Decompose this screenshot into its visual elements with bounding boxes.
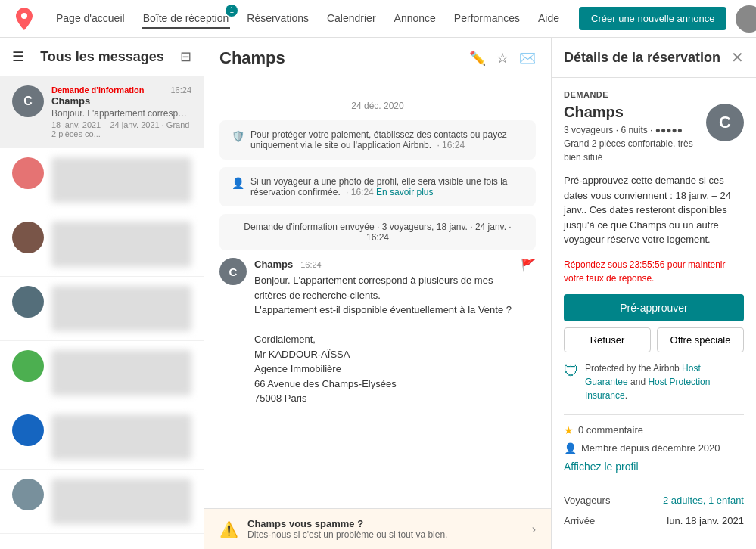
user-message-text: Bonjour. L'appartement correspond à plus…: [254, 273, 513, 406]
message-top: Demande d'information 16:24: [51, 85, 191, 95]
message-list-item-4[interactable]: [0, 277, 204, 341]
offre-speciale-button[interactable]: Offre spéciale: [657, 327, 744, 352]
create-listing-button[interactable]: Créer une nouvelle annonce: [579, 7, 726, 30]
message-avatar-5: [12, 350, 44, 382]
user-message-time: 16:24: [300, 260, 322, 269]
system-message-2-text: Si un voyageur a une photo de profil, el…: [250, 176, 524, 197]
voyageurs-row: Voyageurs 2 adultes, 1 enfant: [564, 495, 744, 506]
nav-link-annonce[interactable]: Annonce: [393, 9, 437, 29]
star-icon[interactable]: ☆: [496, 50, 509, 67]
message-preview: Bonjour. L'appartement correspond à plu.…: [51, 108, 191, 119]
message-meta: 18 janv. 2021 – 24 janv. 2021 · Grand 2 …: [51, 120, 191, 138]
preapprove-button[interactable]: Pré-approuver: [564, 294, 744, 321]
pencil-icon[interactable]: ✏️: [469, 50, 486, 67]
details-title: Détails de la réservation: [564, 50, 720, 66]
details-section-label: DEMANDE: [564, 90, 744, 99]
user-message-sender: Champs: [254, 259, 293, 270]
spam-icon: ⚠️: [219, 520, 238, 538]
arrivee-label: Arrivée: [564, 515, 595, 526]
spam-content: Champs vous spamme ? Dites-nous si c'est…: [247, 518, 523, 540]
nav-link-performances[interactable]: Performances: [453, 9, 521, 29]
conversation-panel: Champs ✏️ ☆ ✉️ 24 déc. 2020 🛡️ Pour prot…: [204, 38, 552, 549]
messages-header: ☰ Tous les messages ⊟: [0, 38, 204, 76]
message-avatar-3: [12, 222, 44, 253]
message-content-1: Demande d'information 16:24 Champs Bonjo…: [51, 85, 191, 138]
refuse-button[interactable]: Refuser: [564, 327, 651, 352]
user-message-avatar: C: [219, 258, 247, 285]
details-body: DEMANDE Champs 3 voyageurs · 6 nuits · ●…: [552, 78, 756, 547]
spam-description: Dites-nous si c'est un problème ou si to…: [247, 529, 523, 540]
system-message-2: 👤 Si un voyageur a une photo de profil, …: [219, 167, 536, 206]
message-avatar-1: C: [12, 85, 44, 117]
conversation-header-icons: ✏️ ☆ ✉️: [469, 50, 536, 67]
nav-link-boite[interactable]: Boîte de réception1: [142, 9, 231, 29]
star-rating-icon: ★: [564, 424, 574, 436]
details-divider-2: [564, 485, 744, 485]
conversation-body: 24 déc. 2020 🛡️ Pour protéger votre paie…: [204, 79, 551, 508]
details-two-buttons: Refuser Offre spéciale: [564, 327, 744, 352]
nav-link-aide[interactable]: Aide: [537, 9, 561, 29]
system-message-1: 🛡️ Pour protéger votre paiement, établis…: [219, 120, 536, 160]
filter-icon[interactable]: ⊟: [180, 48, 191, 65]
shield-icon: 🛡️: [232, 130, 244, 142]
system-message-2-time: · 16:24: [346, 187, 374, 197]
user-message: C Champs 16:24 Bonjour. L'appartement co…: [219, 258, 536, 406]
arrivee-row: Arrivée lun. 18 janv. 2021: [564, 515, 744, 526]
rating-row: ★ 0 commentaire: [564, 424, 744, 436]
conversation-header: Champs ✏️ ☆ ✉️: [204, 38, 551, 79]
rating-count: 0 commentaire: [578, 424, 643, 436]
system-message-1-text: Pour protéger votre paiement, établissez…: [250, 129, 524, 150]
message-label: Demande d'information: [51, 85, 144, 95]
en-savoir-plus-link[interactable]: En savoir plus: [376, 187, 433, 197]
person-icon: 👤: [564, 442, 577, 454]
details-header: Détails de la réservation ✕: [552, 38, 756, 78]
details-guest-info: Champs 3 voyageurs · 6 nuits · ●●●●● Gra…: [564, 104, 706, 164]
close-details-button[interactable]: ✕: [731, 48, 744, 67]
message-list-item-5[interactable]: [0, 341, 204, 405]
profile-link[interactable]: Affichez le profil: [564, 461, 744, 473]
guarantee-text: Protected by the Airbnb Host Guarantee a…: [585, 361, 744, 402]
message-list-item-7[interactable]: [0, 470, 204, 534]
envelope-icon[interactable]: ✉️: [519, 50, 536, 67]
message-content-7: [51, 479, 191, 524]
flag-button[interactable]: 🚩: [521, 258, 536, 272]
spam-bar[interactable]: ⚠️ Champs vous spamme ? Dites-nous si c'…: [204, 508, 551, 549]
system-message-1-time: · 16:24: [437, 140, 465, 150]
details-panel: Détails de la réservation ✕ DEMANDE Cham…: [552, 38, 756, 549]
message-avatar-2: [12, 157, 44, 189]
details-guest-name: Champs: [564, 104, 706, 121]
messages-list: C Demande d'information 16:24 Champs Bon…: [0, 76, 204, 549]
message-content-5: [51, 350, 191, 395]
member-since: Membre depuis décembre 2020: [581, 442, 720, 454]
message-name: Champs: [51, 95, 191, 107]
inquiry-bar: Demande d'information envoyée · 3 voyage…: [219, 214, 536, 250]
top-navigation: Page d'accueilBoîte de réception1Réserva…: [0, 0, 756, 38]
message-list-item-3[interactable]: [0, 212, 204, 277]
hamburger-icon[interactable]: ☰: [12, 48, 24, 65]
conversation-title: Champs: [219, 48, 285, 68]
voyageurs-value: 2 adultes, 1 enfant: [663, 495, 744, 506]
user-message-body: Champs 16:24 Bonjour. L'appartement corr…: [254, 258, 513, 406]
message-list-item-1[interactable]: C Demande d'information 16:24 Champs Bon…: [0, 76, 204, 148]
message-content-4: [51, 286, 191, 331]
user-avatar[interactable]: [736, 5, 756, 33]
nav-link-calendrier[interactable]: Calendrier: [325, 9, 378, 29]
nav-link-reservations[interactable]: Réservations: [245, 9, 310, 29]
voyageurs-label: Voyageurs: [564, 495, 610, 506]
message-content-3: [51, 222, 191, 267]
airbnb-logo[interactable]: [12, 7, 36, 31]
message-content-6: [51, 414, 191, 460]
filter-icon-wrap: ⊟: [180, 48, 191, 65]
message-list-item-6[interactable]: [0, 405, 204, 470]
details-description: Pré-approuvez cette demande si ces dates…: [564, 173, 744, 247]
message-time: 16:24: [170, 85, 191, 95]
details-guest-row: Champs 3 voyageurs · 6 nuits · ●●●●● Gra…: [564, 104, 744, 164]
member-row: 👤 Membre depuis décembre 2020: [564, 442, 744, 454]
arrivee-value: lun. 18 janv. 2021: [667, 515, 744, 526]
details-guest-avatar: C: [706, 104, 744, 141]
spam-title: Champs vous spamme ?: [247, 518, 523, 529]
nav-link-accueil[interactable]: Page d'accueil: [54, 9, 126, 29]
profile-icon: 👤: [232, 177, 244, 189]
nav-right: Créer une nouvelle annonce: [579, 5, 756, 33]
message-list-item-2[interactable]: [0, 148, 204, 212]
